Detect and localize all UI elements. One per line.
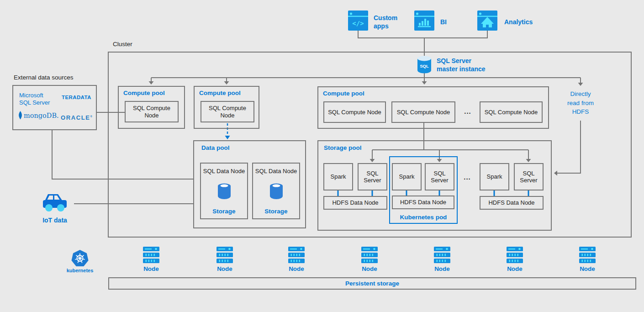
kubernetes-icon <box>71 250 89 267</box>
compute-pool-2: Compute pool SQL Compute Node <box>194 86 259 129</box>
microsoft-sql-server-logo: Microsoft SQL Server <box>19 92 50 106</box>
svg-text:</>: </> <box>352 20 364 27</box>
oracle-logo: ORACLE® <box>61 114 92 121</box>
storage-label: Storage <box>212 208 235 215</box>
server-node-icon <box>507 247 523 263</box>
analytics-label: Analytics <box>504 18 533 26</box>
server-node-icon <box>216 247 233 263</box>
sql-compute-node-box: SQL Compute Node <box>125 101 179 122</box>
hdfs-data-node-box: HDFS Data Node <box>480 196 544 210</box>
external-sources-title: External data sources <box>14 74 74 81</box>
storage-label: Storage <box>264 208 287 215</box>
external-sources-box: Microsoft SQL Server TERADATA mongoDB. O… <box>12 85 97 130</box>
sql-server-master-label: SQL Server master instance <box>437 57 486 73</box>
server-node-icon <box>579 247 596 263</box>
compute-pool-title: Compute pool <box>323 90 364 97</box>
storage-pool-ellipsis: ... <box>459 173 475 181</box>
directly-read-hdfs-label: Directly read from HDFS <box>562 90 599 116</box>
server-node-icon <box>288 247 305 263</box>
storage-pool: Storage pool Spark SQL Server HDFS Data … <box>317 140 552 231</box>
sql-data-node-box: SQL Data Node Storage <box>200 163 248 219</box>
mongodb-logo: mongoDB. <box>18 111 59 120</box>
spark-box: Spark <box>480 163 509 190</box>
sql-compute-node-box: SQL Compute Node <box>391 101 455 123</box>
compute-pool-title: Compute pool <box>199 90 241 96</box>
analytics-home-icon <box>477 11 497 31</box>
hdfs-data-node-box: HDFS Data Node <box>392 196 454 209</box>
sql-data-node-label: SQL Data Node <box>203 168 245 175</box>
server-node-icon <box>143 247 159 263</box>
compute-pool-1: Compute pool SQL Compute Node <box>118 86 185 129</box>
server-node-icon <box>434 247 450 263</box>
custom-apps-icon: </> <box>348 11 368 31</box>
bi-label: BI <box>440 18 447 26</box>
node-label: Node <box>280 265 312 272</box>
sql-server-master-icon: SQL <box>417 55 432 74</box>
custom-apps-label: Custom apps <box>374 14 402 31</box>
compute-pool-ellipsis: ... <box>457 107 479 115</box>
spark-box: Spark <box>392 163 422 190</box>
compute-pool-title: Compute pool <box>123 90 165 96</box>
kubernetes-pod-label: Kubernetes pod <box>390 214 457 221</box>
compute-pool-3: Compute pool SQL Compute Node SQL Comput… <box>317 86 549 129</box>
bi-chart-icon <box>414 11 434 31</box>
sql-compute-node-box: SQL Compute Node <box>323 101 386 123</box>
node-label: Node <box>354 265 385 272</box>
storage-cylinder-icon <box>269 183 283 200</box>
persistent-storage-label: Persistent storage <box>345 280 399 287</box>
server-node-icon <box>361 247 378 263</box>
storage-pool-title: Storage pool <box>324 144 362 151</box>
node-label: Node <box>135 265 167 272</box>
sql-compute-node-box: SQL Compute Node <box>480 101 543 123</box>
teradata-logo: TERADATA <box>62 95 91 100</box>
sql-server-box: SQL Server <box>514 163 544 190</box>
node-label: Node <box>426 265 458 272</box>
data-pool: Data pool SQL Data Node Storage SQL Data… <box>193 140 306 228</box>
sql-data-node-box: SQL Data Node Storage <box>252 163 300 219</box>
mongodb-leaf-icon <box>18 111 23 120</box>
sql-server-box: SQL Server <box>425 163 454 190</box>
storage-cylinder-icon <box>217 183 231 200</box>
cluster-label: Cluster <box>113 41 132 48</box>
kubernetes-label: kubernetes <box>64 268 96 273</box>
sql-server-box: SQL Server <box>358 163 387 190</box>
spark-box: Spark <box>323 163 353 190</box>
node-label: Node <box>571 265 603 272</box>
persistent-storage-bar: Persistent storage <box>108 277 636 290</box>
node-label: Node <box>499 265 531 272</box>
architecture-diagram: </> Custom apps BI Analytics Cluster SQL… <box>0 0 644 312</box>
iot-data-label: IoT data <box>39 217 70 224</box>
hdfs-data-node-box: HDFS Data Node <box>323 196 387 210</box>
sql-data-node-label: SQL Data Node <box>255 168 297 175</box>
iot-car-icon <box>42 192 68 213</box>
data-pool-title: Data pool <box>201 144 230 151</box>
node-label: Node <box>209 265 241 272</box>
svg-text:SQL: SQL <box>420 63 429 69</box>
kubernetes-pod-box: Spark SQL Server HDFS Data Node Kubernet… <box>389 156 458 224</box>
sql-compute-node-box: SQL Compute Node <box>201 101 254 122</box>
